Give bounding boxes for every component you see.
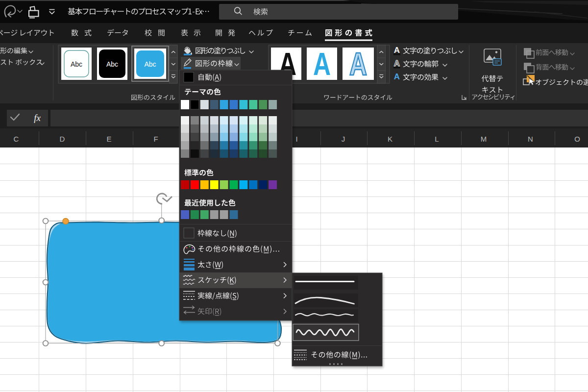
svg-text:M: M: [481, 135, 487, 143]
svg-text:fx: fx: [34, 113, 41, 123]
svg-text:D: D: [60, 135, 65, 143]
svg-text:O: O: [574, 135, 580, 143]
svg-text:A: A: [394, 72, 400, 81]
svg-text:I: I: [295, 135, 297, 143]
svg-text:A: A: [394, 59, 400, 68]
svg-text:Abc: Abc: [71, 60, 82, 68]
svg-text:Abc: Abc: [144, 60, 156, 68]
svg-text:N: N: [528, 135, 533, 143]
svg-text:K: K: [388, 135, 392, 143]
svg-text:L: L: [435, 135, 439, 143]
svg-text:A: A: [349, 47, 367, 81]
svg-text:C: C: [14, 135, 19, 143]
svg-text:A: A: [313, 47, 331, 81]
svg-text:Abc: Abc: [106, 60, 118, 68]
svg-text:F: F: [153, 135, 158, 143]
svg-text:E: E: [106, 135, 111, 143]
svg-text:A: A: [394, 46, 400, 55]
svg-text:J: J: [342, 135, 345, 143]
